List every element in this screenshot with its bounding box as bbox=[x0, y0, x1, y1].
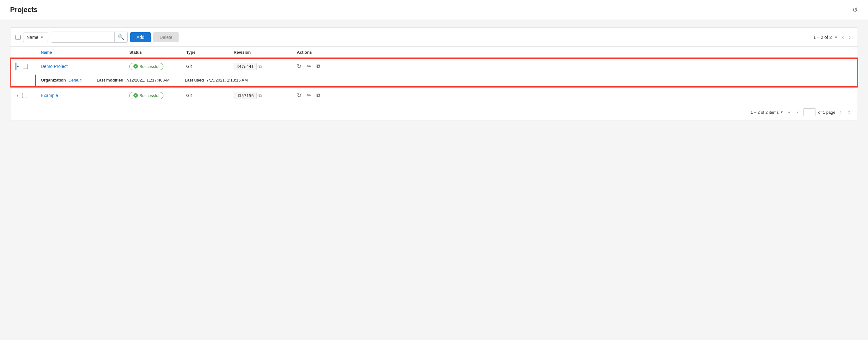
status-label-example: Successful bbox=[140, 93, 159, 98]
toolbar-left: Name ▼ 🔍 Add Delete bbox=[16, 32, 811, 43]
prev-page-btn-bottom[interactable]: ‹ bbox=[795, 108, 800, 116]
expand-toggle-example[interactable]: › bbox=[16, 92, 20, 99]
status-dot-demo: ✓ bbox=[133, 64, 138, 68]
page-header: Projects ↺ bbox=[0, 0, 868, 20]
page-number-input[interactable]: 1 bbox=[803, 109, 816, 116]
col-header-type: Type bbox=[186, 50, 234, 55]
next-page-btn-bottom[interactable]: › bbox=[838, 108, 843, 116]
row-main-example: › Example ✓ Successful Git d357156 ⧉ bbox=[10, 87, 858, 104]
select-all-checkbox-container[interactable] bbox=[16, 35, 21, 40]
select-all-checkbox[interactable] bbox=[16, 35, 21, 40]
toolbar: Name ▼ 🔍 Add Delete 1 – 2 of 2 ▼ ‹ › bbox=[10, 28, 858, 47]
history-icon[interactable]: ↺ bbox=[852, 6, 858, 13]
revision-cell-demo: 347e44f ⧉ bbox=[234, 63, 297, 70]
type-cell-example: Git bbox=[186, 93, 234, 98]
main-content: Name ▼ 🔍 Add Delete 1 – 2 of 2 ▼ ‹ › bbox=[0, 20, 868, 128]
table-row-example: › Example ✓ Successful Git d357156 ⧉ bbox=[10, 87, 858, 104]
row-indicator-demo: ▾ bbox=[16, 63, 41, 70]
pagination-summary: 1 – 2 of 2 bbox=[813, 35, 832, 40]
next-page-button[interactable]: › bbox=[847, 33, 852, 41]
row-expand-demo: Organization Default Last modified 7/12/… bbox=[10, 74, 858, 87]
status-cell-example: ✓ Successful bbox=[129, 92, 186, 99]
search-input[interactable] bbox=[51, 33, 115, 42]
last-used-label: Last used bbox=[185, 78, 204, 83]
row-checkbox-example[interactable] bbox=[22, 93, 27, 98]
last-modified-field: Last modified 7/12/2021, 11:17:46 AM bbox=[97, 78, 170, 83]
prev-page-button[interactable]: ‹ bbox=[840, 33, 845, 41]
project-name-link-example[interactable]: Example bbox=[41, 93, 58, 98]
status-badge-demo: ✓ Successful bbox=[129, 63, 163, 70]
org-value[interactable]: Default bbox=[68, 78, 81, 83]
add-button[interactable]: Add bbox=[130, 32, 151, 42]
filter-dropdown-arrow: ▼ bbox=[40, 35, 43, 39]
row-indicator-example: › bbox=[16, 92, 41, 99]
last-used-value: 7/15/2021, 1:13:15 AM bbox=[207, 78, 248, 83]
last-modified-label: Last modified bbox=[97, 78, 124, 83]
table-row: ▾ Demo Project ✓ Successful Git 347e44f … bbox=[10, 58, 858, 87]
org-label: Organization bbox=[41, 78, 66, 83]
col-header-name[interactable]: Name ↑ bbox=[41, 50, 129, 55]
pagination-info: 1 – 2 of 2 ▼ bbox=[813, 35, 838, 40]
status-badge-example: ✓ Successful bbox=[129, 92, 163, 99]
copy-icon-demo[interactable]: ⧉ bbox=[258, 64, 262, 69]
actions-cell-demo: ↻ ✏ ⧉ bbox=[297, 63, 360, 70]
revision-cell-example: d357156 ⧉ bbox=[234, 92, 297, 99]
search-button[interactable]: 🔍 bbox=[115, 32, 127, 42]
last-modified-value: 7/12/2021, 11:17:46 AM bbox=[126, 78, 169, 83]
expand-spacer bbox=[10, 74, 36, 87]
copy-project-icon-example[interactable]: ⧉ bbox=[316, 92, 320, 99]
row-main-demo: ▾ Demo Project ✓ Successful Git 347e44f … bbox=[10, 58, 858, 74]
expand-content-demo: Organization Default Last modified 7/12/… bbox=[36, 74, 858, 87]
col-header-revision: Revision bbox=[234, 50, 297, 55]
table-container: Name ▼ 🔍 Add Delete 1 – 2 of 2 ▼ ‹ › bbox=[10, 28, 858, 120]
status-dot-example: ✓ bbox=[133, 93, 138, 98]
refresh-icon-demo[interactable]: ↻ bbox=[297, 63, 302, 70]
sort-icon-name: ↑ bbox=[53, 50, 55, 55]
table-header: Name ↑ Status Type Revision Actions bbox=[10, 47, 858, 58]
filter-dropdown-label: Name bbox=[27, 35, 38, 40]
pagination-dropdown-arrow[interactable]: ▼ bbox=[834, 35, 838, 39]
project-name-link-demo[interactable]: Demo Project bbox=[41, 64, 68, 69]
col-header-actions: Actions bbox=[297, 50, 360, 55]
revision-value-demo: 347e44f bbox=[234, 63, 257, 70]
last-used-field: Last used 7/15/2021, 1:13:15 AM bbox=[185, 78, 248, 83]
edit-icon-demo[interactable]: ✏ bbox=[307, 63, 311, 70]
page-title: Projects bbox=[10, 6, 38, 14]
copy-icon-example[interactable]: ⧉ bbox=[258, 93, 262, 98]
revision-value-example: d357156 bbox=[234, 92, 257, 99]
bottom-pagination: 1 – 2 of 2 items ▼ « ‹ 1 of 1 page › » bbox=[10, 104, 858, 120]
first-page-button[interactable]: « bbox=[786, 108, 793, 116]
col-header-expand bbox=[16, 50, 41, 55]
last-page-button[interactable]: » bbox=[846, 108, 852, 116]
org-field: Organization Default bbox=[41, 78, 82, 83]
pagination-nav: ‹ › bbox=[840, 33, 852, 41]
edit-icon-example[interactable]: ✏ bbox=[307, 92, 311, 99]
col-header-status: Status bbox=[129, 50, 186, 55]
items-per-page: 1 – 2 of 2 items ▼ bbox=[751, 110, 784, 115]
search-input-wrapper: 🔍 bbox=[51, 32, 128, 43]
blue-bar bbox=[16, 63, 17, 70]
delete-button[interactable]: Delete bbox=[153, 32, 179, 42]
status-label-demo: Successful bbox=[140, 64, 159, 69]
row-checkbox-demo[interactable] bbox=[23, 64, 28, 69]
status-cell-demo: ✓ Successful bbox=[129, 63, 186, 70]
copy-project-icon-demo[interactable]: ⧉ bbox=[316, 63, 320, 70]
toolbar-right: 1 – 2 of 2 ▼ ‹ › bbox=[813, 33, 852, 41]
page-of-label: of 1 page bbox=[818, 110, 835, 115]
filter-dropdown[interactable]: Name ▼ bbox=[23, 33, 49, 42]
refresh-icon-example[interactable]: ↻ bbox=[297, 92, 302, 99]
items-dropdown-arrow[interactable]: ▼ bbox=[780, 110, 783, 114]
items-summary: 1 – 2 of 2 items bbox=[751, 110, 779, 115]
type-cell-demo: Git bbox=[186, 64, 234, 69]
actions-cell-example: ↻ ✏ ⧉ bbox=[297, 92, 360, 99]
project-name-cell-demo: Demo Project bbox=[41, 64, 129, 69]
project-name-cell-example: Example bbox=[41, 93, 129, 98]
